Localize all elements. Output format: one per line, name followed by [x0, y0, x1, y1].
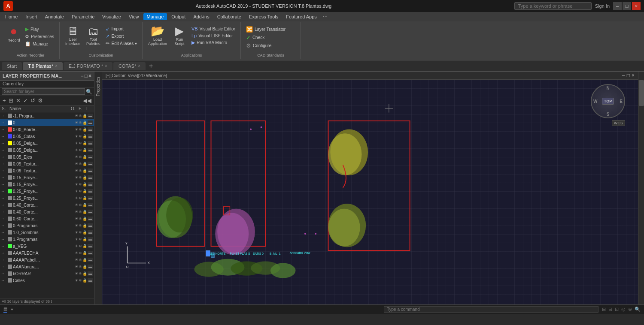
custom-menu-icon[interactable]: ⋯: [323, 14, 328, 20]
layer-on-icon[interactable]: ☀: [75, 189, 78, 193]
layer-item[interactable]: → AAAAPabell... ☀ ❄ 🔒 ▬: [0, 256, 94, 263]
zoom-icon[interactable]: 🔍: [635, 307, 641, 312]
layer-color-swatch[interactable]: [8, 265, 12, 269]
layer-lock-icon[interactable]: 🔒: [82, 217, 87, 221]
play-button[interactable]: ▶ Play: [23, 26, 56, 33]
layer-freeze-icon[interactable]: ❄: [79, 265, 82, 269]
layer-item[interactable]: → 1.0_Sombras ☀ ❄ 🔒 ▬: [0, 229, 94, 236]
tool-palettes-button[interactable]: 🗂 ToolPalettes: [84, 24, 103, 47]
layer-color-swatch[interactable]: [8, 141, 12, 145]
layer-settings-button[interactable]: ⚙: [37, 97, 44, 104]
layer-on-icon[interactable]: ☀: [75, 265, 78, 269]
layer-on-icon[interactable]: ☀: [75, 114, 78, 118]
tab-formato[interactable]: E.J FORMATO * ×: [64, 62, 112, 70]
layer-color-swatch[interactable]: [8, 251, 12, 255]
layer-on-icon[interactable]: ☀: [75, 271, 78, 276]
layer-lock-icon[interactable]: 🔒: [82, 258, 87, 262]
layer-panel-maximize[interactable]: □: [85, 73, 88, 79]
layer-lock-icon[interactable]: 🔒: [82, 210, 87, 214]
layer-item[interactable]: → 0.15_Proye... ☀ ❄ 🔒 ▬: [0, 174, 94, 181]
menu-output[interactable]: Output: [168, 13, 189, 20]
layer-color-swatch[interactable]: [8, 210, 12, 214]
layer-item[interactable]: → 0.09_Textur... ☀ ❄ 🔒 ▬: [0, 160, 94, 167]
visual-lisp-editor-button[interactable]: Lp Visual LISP Editor: [190, 33, 237, 39]
layer-collapse-button[interactable]: ◀◀: [82, 97, 92, 104]
layer-item[interactable]: → 0.40_Corte... ☀ ❄ 🔒 ▬: [0, 202, 94, 208]
viewport-minimize-icon[interactable]: –: [622, 72, 625, 78]
layer-on-icon[interactable]: ☀: [75, 258, 78, 262]
layer-lock-icon[interactable]: 🔒: [82, 196, 87, 200]
layer-item[interactable]: → AAAFLECHA ☀ ❄ 🔒 ▬: [0, 250, 94, 256]
layer-color-swatch[interactable]: [8, 217, 12, 221]
close-formato-tab[interactable]: ×: [105, 63, 107, 68]
layer-freeze-icon[interactable]: ❄: [79, 120, 82, 125]
layer-color-swatch[interactable]: [8, 114, 12, 118]
layer-on-icon[interactable]: ☀: [75, 155, 78, 159]
layer-lock-icon[interactable]: 🔒: [82, 244, 87, 248]
layer-freeze-icon[interactable]: ❄: [79, 114, 82, 118]
layer-lock-icon[interactable]: 🔒: [82, 189, 87, 193]
layer-freeze-icon[interactable]: ❄: [79, 169, 82, 173]
layer-color-swatch[interactable]: [8, 258, 12, 262]
layer-item[interactable]: → 0.09_Textur... ☀ ❄ 🔒 ▬: [0, 167, 94, 174]
layer-freeze-icon[interactable]: ❄: [79, 223, 82, 228]
ortho-icon[interactable]: ⊡: [615, 307, 619, 312]
layer-on-icon[interactable]: ☀: [75, 182, 78, 187]
load-application-button[interactable]: 📂 LoadApplication: [146, 24, 169, 47]
layer-set-current-button[interactable]: ✓: [22, 97, 29, 104]
layer-on-icon[interactable]: ☀: [75, 278, 78, 283]
layer-item[interactable]: → -1. Progra... ☀ ❄ 🔒 ▬: [0, 112, 94, 119]
grid-icon[interactable]: ⊞: [602, 307, 606, 312]
export-button[interactable]: ↗ Export: [104, 33, 138, 39]
layer-freeze-icon[interactable]: ❄: [79, 278, 82, 283]
layer-freeze-icon[interactable]: ❄: [79, 230, 82, 235]
layer-freeze-icon[interactable]: ❄: [79, 271, 82, 276]
close-cotas-tab[interactable]: ×: [138, 63, 140, 68]
layer-freeze-icon[interactable]: ❄: [79, 203, 82, 207]
scroll-thumb[interactable]: [639, 80, 644, 106]
layout-tab[interactable]: +: [11, 307, 13, 312]
layer-item[interactable]: → 0.05_Delga... ☀ ❄ 🔒 ▬: [0, 147, 94, 153]
layer-lock-icon[interactable]: 🔒: [82, 230, 87, 235]
layer-freeze-icon[interactable]: ❄: [79, 196, 82, 200]
record-button[interactable]: ● Record: [5, 24, 22, 44]
run-vba-macro-button[interactable]: ▶ Run VBA Macro: [190, 39, 237, 46]
layer-freeze-icon[interactable]: ❄: [79, 155, 82, 159]
tab-cotas[interactable]: COTAS* ×: [113, 62, 146, 70]
layer-lock-icon[interactable]: 🔒: [82, 162, 87, 166]
layer-lock-icon[interactable]: 🔒: [82, 127, 87, 132]
import-button[interactable]: ↙ Import: [104, 26, 138, 32]
layer-color-swatch[interactable]: [8, 237, 12, 241]
menu-manage[interactable]: Manage: [143, 13, 167, 20]
layer-freeze-icon[interactable]: ❄: [79, 134, 82, 138]
tab-start[interactable]: Start: [2, 62, 22, 70]
layer-item[interactable]: → 0.15_Proye... ☀ ❄ 🔒 ▬: [0, 181, 94, 188]
layer-freeze-icon[interactable]: ❄: [79, 244, 82, 248]
layer-color-swatch[interactable]: [8, 244, 12, 248]
layer-freeze-icon[interactable]: ❄: [79, 251, 82, 255]
visual-basic-editor-button[interactable]: VB Visual Basic Editor: [190, 26, 237, 32]
layer-item[interactable]: → 0.05_Cotas ☀ ❄ 🔒 ▬: [0, 133, 94, 140]
layer-color-swatch[interactable]: [8, 155, 12, 159]
layer-on-icon[interactable]: ☀: [75, 244, 78, 248]
layer-on-icon[interactable]: ☀: [75, 196, 78, 200]
layer-lock-icon[interactable]: 🔒: [82, 114, 87, 118]
layer-on-icon[interactable]: ☀: [75, 223, 78, 228]
maximize-button[interactable]: □: [623, 2, 631, 10]
edit-aliases-button[interactable]: ✏ Edit Aliases ▾: [104, 40, 138, 47]
layer-on-icon[interactable]: ☀: [75, 141, 78, 145]
layer-color-swatch[interactable]: [8, 169, 12, 173]
layer-on-icon[interactable]: ☀: [75, 217, 78, 221]
keyword-search[interactable]: [514, 2, 592, 10]
close-button[interactable]: ×: [632, 2, 641, 10]
layer-on-icon[interactable]: ☀: [75, 134, 78, 138]
layer-lock-icon[interactable]: 🔒: [82, 278, 87, 283]
layer-lock-icon[interactable]: 🔒: [82, 169, 87, 173]
layer-on-icon[interactable]: ☀: [75, 127, 78, 132]
layer-on-icon[interactable]: ☀: [75, 162, 78, 166]
layer-lock-icon[interactable]: 🔒: [82, 203, 87, 207]
layer-item[interactable]: → 0.25_Proye... ☀ ❄ 🔒 ▬: [0, 195, 94, 202]
layer-item[interactable]: → 0.40_Corte... ☀ ❄ 🔒 ▬: [0, 208, 94, 215]
menu-collaborate[interactable]: Collaborate: [214, 13, 245, 20]
layer-freeze-icon[interactable]: ❄: [79, 217, 82, 221]
